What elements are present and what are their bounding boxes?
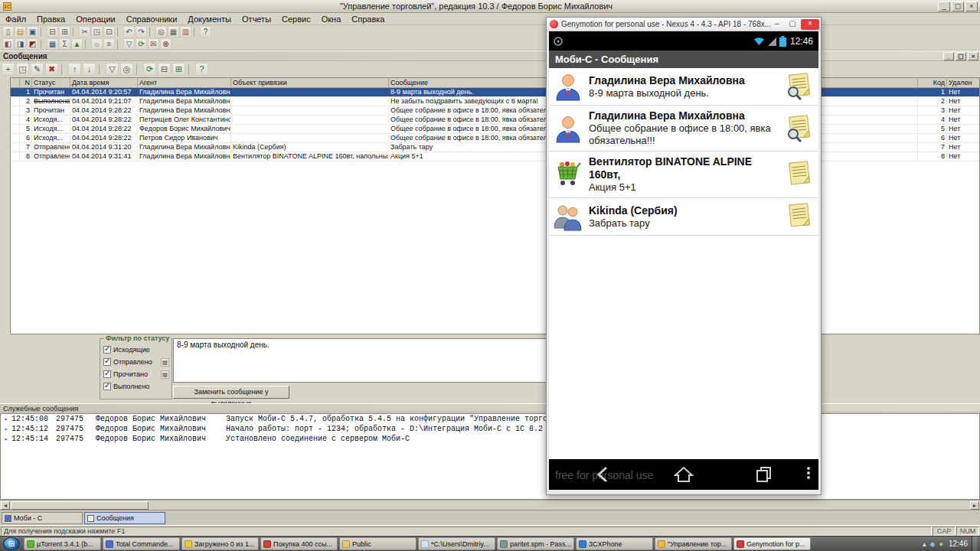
tray-icon[interactable]: ◆ [930,540,936,548]
toolbar-icon[interactable]: ▽ [123,38,135,50]
toolbar-icon[interactable]: ✖ [45,63,58,76]
toolbar-icon[interactable]: ⟳ [136,38,147,50]
toolbar-icon[interactable]: ↓ [83,63,96,76]
tray-icon[interactable]: ▴ [923,540,926,548]
filter-checkbox-row[interactable]: Исходящие [100,344,172,356]
menu-item[interactable]: Окна [316,14,347,24]
open-note-button[interactable] [783,115,814,142]
table-row[interactable]: 5 Исходя... 04.04.2014 9:28:22 Федоров Б… [11,125,979,134]
toolbar-icon[interactable]: ◧ [2,38,14,50]
toolbar-icon[interactable]: ↶ [123,26,135,37]
horizontal-scrollbar[interactable]: ◄ ► [0,500,980,510]
toolbar-icon[interactable]: ⊡ [103,26,115,37]
toolbar-icon[interactable] [194,28,198,37]
toolbar-icon[interactable]: ✎ [31,63,44,76]
column-header[interactable]: Агент [138,78,231,87]
toolbar-icon[interactable]: + [2,63,15,76]
open-note-button[interactable] [783,73,814,100]
toolbar-icon[interactable]: ◎ [120,63,133,76]
message-list-item[interactable]: Kikinda (Сербия) Забрать тару [549,198,818,236]
table-row[interactable]: 2 Выполнена 04.04.2014 9:21:07 Гладилина… [11,97,979,106]
close-button[interactable]: × [965,2,978,11]
toolbar-icon[interactable]: ▲ [71,38,83,50]
column-header[interactable]: Дата время [70,78,138,87]
column-header[interactable]: Удален [947,78,979,87]
menu-item[interactable]: Справочники [121,14,183,24]
checkbox[interactable] [103,383,111,390]
table-row[interactable]: 3 Прочитан 04.04.2014 9:28:22 Гладилина … [11,106,979,116]
toolbar-icon[interactable]: ✂ [79,26,90,37]
menu-item[interactable]: Правка [31,14,70,24]
menu-overflow-button[interactable] [806,465,811,481]
toolbar-icon[interactable]: ↷ [136,26,147,37]
child-minimize-button[interactable]: _ [943,52,954,60]
show-desktop-button[interactable] [972,536,977,551]
toolbar-icon[interactable]: ▥ [180,26,191,37]
toolbar-icon[interactable]: ▦ [47,38,58,50]
open-note-button[interactable] [783,161,814,188]
toolbar-icon[interactable]: ⟳ [143,63,156,76]
log-row[interactable]: ▸ 12:45:14 297475 Федоров Борис Михайлов… [1,434,979,444]
toolbar-icon[interactable] [61,64,65,75]
window-tab[interactable]: Сообщения [84,512,165,524]
checkbox[interactable] [103,370,111,378]
taskbar-item[interactable]: Total Commande... [103,537,180,550]
toolbar-icon[interactable] [117,28,121,37]
minimize-button[interactable]: – [770,19,784,30]
open-note-button[interactable] [783,203,814,230]
taskbar-item[interactable]: Покупка 400 ссы... [260,537,338,550]
message-list-item[interactable]: Гладилина Вера Михайловна Общее собрание… [549,106,818,152]
home-button[interactable] [673,465,694,484]
toolbar-icon[interactable]: ◳ [91,26,103,37]
toolbar-icon[interactable]: ⊞ [59,26,70,37]
checkbox[interactable] [103,346,111,354]
table-row[interactable]: 6 Исходя... 04.04.2014 9:28:22 Петров Си… [11,134,979,143]
toolbar-icon[interactable] [41,40,44,49]
filter-checkbox-row[interactable]: Прочитано ▦ [100,368,172,380]
taskbar-item[interactable]: paritet.spm - Pass... [497,537,574,550]
column-header[interactable]: Код [918,78,947,87]
toolbar-icon[interactable]: ▽ [106,63,119,76]
table-row[interactable]: 7 Отправлено 04.04.2014 9:31:20 Гладилин… [11,143,979,152]
messages-table[interactable]: N Статус Дата время Агент Объект привязк… [10,77,980,334]
window-tab[interactable]: Моби - С [2,512,83,524]
column-header[interactable]: Статус [32,78,70,87]
toolbar-icon[interactable]: ◩ [27,38,38,50]
menu-item[interactable]: Файл [0,14,31,24]
toolbar-icon[interactable]: Σ [59,38,70,50]
scrollbar-thumb[interactable] [11,501,149,510]
toolbar-icon[interactable]: ↑ [68,63,81,76]
filter-options-icon[interactable]: ▦ [161,358,169,367]
genymotion-titlebar[interactable]: Genymotion for personal use - Nexus 4 - … [547,18,821,31]
replace-message-button[interactable]: Заменить сообщение у выделенных [173,386,289,399]
messages-window-titlebar[interactable]: Сообщения _ ▢ × [0,51,980,61]
column-header[interactable]: N [20,78,32,87]
menu-item[interactable]: Документы [182,14,237,24]
toolbar-icon[interactable] [136,64,140,75]
start-button[interactable]: ⊞ [3,537,20,550]
menu-item[interactable]: Сервис [276,14,316,24]
filter-checkbox-row[interactable]: Отправлено ▦ [100,356,172,368]
taskbar-item[interactable]: µTorrent 3.4.1 (b... [24,537,101,550]
scroll-left-arrow[interactable]: ◄ [1,501,10,510]
close-button[interactable]: × [801,19,819,30]
main-titlebar[interactable]: 1С "Управление торговлей", редакция 10.3… [0,0,980,13]
taskbar-item[interactable]: "Управление тор... [655,537,732,550]
taskbar-item[interactable]: *C:\Users\Dmitriy... [418,537,495,550]
toolbar-icon[interactable] [85,40,89,49]
toolbar-icon[interactable]: ▦ [168,26,179,37]
taskbar-item[interactable]: Загружено 0 из 1... [181,537,259,550]
menu-item[interactable]: Операции [70,14,120,24]
recents-button[interactable] [754,465,774,484]
toolbar-icon[interactable]: ▯ [2,26,14,37]
service-log[interactable]: ▸ 12:45:08 297475 Федоров Борис Михайлов… [0,413,980,500]
message-list-item[interactable]: Вентилятор BINATONE ALPINE 160вт, Акция … [549,152,818,198]
child-close-button[interactable]: × [968,52,978,60]
toolbar-icon[interactable]: ◨ [15,38,26,50]
maximize-button[interactable]: ▢ [952,2,964,11]
toolbar-icon[interactable]: ⊗ [160,38,172,50]
taskbar-clock[interactable]: 12:46 [949,540,968,548]
scroll-right-arrow[interactable]: ► [970,501,979,510]
toolbar-icon[interactable] [99,64,103,75]
minimize-button[interactable]: _ [938,2,950,11]
